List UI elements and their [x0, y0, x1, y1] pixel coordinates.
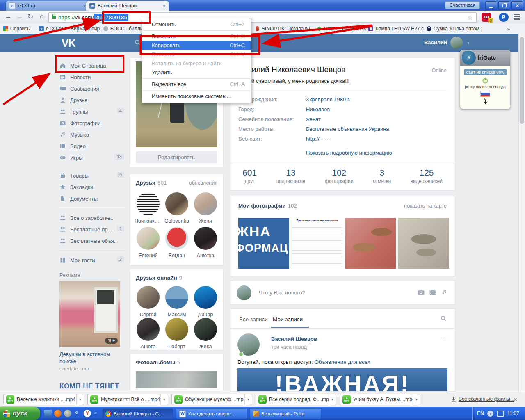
download-caret-icon[interactable]: ▾	[244, 394, 252, 405]
photo-thumbnail[interactable]	[398, 218, 449, 269]
quick-launch-overflow-icon[interactable]: »	[94, 410, 97, 415]
header-username[interactable]: Василий	[424, 39, 447, 46]
sidebar-item-besplatnye-obya[interactable]: Бесплатные объя..	[59, 235, 124, 247]
sidebar-item-zakladki[interactable]: Закладки	[59, 181, 124, 193]
detail-value[interactable]: Бесплатные объявления Украина	[306, 126, 389, 132]
albums-title[interactable]: Фотоальбомы5	[136, 359, 180, 365]
sidebar-item-tovary[interactable]: Товары 9	[59, 170, 124, 181]
taskbar-button-paint[interactable]: Безымянный - Paint	[250, 409, 321, 419]
clock[interactable]: 11:07	[507, 411, 519, 416]
sidebar-item-dokumenty[interactable]: Документы	[59, 193, 124, 204]
counter-photos[interactable]: 102фотографии	[325, 168, 353, 184]
sidebar-item-druzya[interactable]: Друзья	[59, 94, 124, 106]
adblock-extension-icon[interactable]: ABP 3	[482, 13, 491, 22]
friend-avatar[interactable]	[165, 286, 188, 309]
start-button[interactable]: пуск	[0, 407, 40, 420]
download-item[interactable]: MP4 Мультики □□ Всё о ....mp4 ▾	[87, 394, 168, 405]
friend-item[interactable]: Анюта	[135, 318, 162, 349]
network-icon[interactable]	[497, 411, 504, 417]
show-all-downloads-link[interactable]: Все скачанные файлы...	[451, 396, 514, 402]
tab-close-icon[interactable]: ×	[162, 3, 166, 9]
sidebar-item-soobshcheniya[interactable]: Сообщения	[59, 83, 124, 94]
antivirus-icon[interactable]	[54, 410, 62, 417]
frigate-site-list-button[interactable]: сайт из списка vow	[464, 69, 507, 75]
yandex-brow-icon[interactable]: Y	[84, 410, 91, 417]
photo-thumbnail[interactable]: ЖНА ФОРМАЦ	[238, 218, 289, 269]
menu-item-cut[interactable]: ВырезатьCtrl+X	[142, 32, 251, 41]
tab-close-icon[interactable]: ×	[83, 3, 86, 9]
download-item[interactable]: MP4 Веселые мультики ....mp4 ▾	[3, 394, 84, 405]
friend-avatar[interactable]	[165, 318, 188, 341]
bookmark-etxt[interactable]: e eTXT.ru	[39, 25, 63, 32]
detail-value[interactable]: женат	[306, 116, 321, 122]
friend-name[interactable]: Анютка	[192, 253, 219, 258]
sidebar-item-muzyka[interactable]: Музыка	[59, 129, 124, 140]
wall-search-icon[interactable]	[441, 315, 447, 322]
edit-profile-button[interactable]: Редактировать	[136, 151, 217, 163]
menu-item-edit-search-engines[interactable]: Изменить поисковые системы…	[142, 92, 251, 101]
menu-item-copy[interactable]: КопироватьCtrl+C	[142, 41, 251, 50]
download-caret-icon[interactable]: ▾	[413, 394, 420, 405]
detail-value[interactable]: http://------	[306, 136, 330, 142]
my-photos-title[interactable]: Мои фотографии102	[238, 203, 297, 209]
friend-avatar[interactable]	[194, 318, 217, 341]
sidebar-item-video[interactable]: Видео	[59, 140, 124, 152]
detail-value[interactable]: 3 февраля 1989 г.	[306, 96, 350, 103]
tab-my-posts[interactable]: Мои записи	[273, 316, 303, 322]
power-icon[interactable]	[482, 77, 489, 84]
tray-chevron-icon[interactable]: ‹	[487, 411, 493, 417]
post-link[interactable]: Объявления для всех	[314, 359, 370, 365]
vk-logo[interactable]: VK	[62, 37, 75, 50]
friend-item[interactable]: Жека	[192, 318, 219, 349]
friend-avatar[interactable]	[194, 227, 217, 250]
counter-videos[interactable]: 125видеозаписей	[411, 168, 443, 184]
friend-name[interactable]: Роберт	[163, 344, 190, 349]
friends-updates-link[interactable]: обновления	[189, 180, 217, 186]
friend-item[interactable]: Евгений	[135, 227, 162, 258]
friend-avatar[interactable]	[137, 192, 160, 215]
album-thumbnail[interactable]	[136, 371, 217, 388]
address-bar[interactable]: https:// vk.com/ id157809185 ☆	[48, 12, 477, 23]
restore-button[interactable]	[498, 1, 510, 10]
menu-item-select-all[interactable]: Выделить всеCtrl+A	[142, 80, 251, 89]
friend-name[interactable]: Сергей	[135, 312, 162, 317]
ad-image[interactable]: 18+	[59, 281, 120, 347]
detail-value[interactable]: Николаев	[306, 106, 330, 112]
tab-all-posts[interactable]: Все записи	[239, 316, 268, 322]
post-timestamp[interactable]: три часа назад	[271, 344, 307, 350]
friend-name[interactable]: Жека	[192, 344, 219, 349]
friend-name[interactable]: Ночнойкл...	[135, 218, 162, 224]
friend-avatar[interactable]	[165, 227, 188, 250]
taskbar-button-chrome[interactable]: Василий Шевцов - G...	[103, 409, 173, 419]
sidebar-item-besplatnye-pr[interactable]: Бесплатные пр… 1	[59, 224, 124, 235]
forward-button[interactable]: →	[15, 12, 25, 21]
compose-input[interactable]: Что у Вас нового?	[259, 290, 305, 296]
back-button[interactable]: ←	[3, 12, 13, 21]
friend-avatar[interactable]	[137, 286, 160, 309]
proxy-extension-icon[interactable]: P	[499, 13, 509, 22]
attach-photo-icon[interactable]	[418, 289, 425, 295]
download-caret-icon[interactable]: ▾	[160, 394, 168, 405]
menu-item-undo[interactable]: ОтменитьCtrl+Z	[142, 20, 251, 29]
attach-music-icon[interactable]	[441, 289, 447, 295]
post-image[interactable]: !ВАЖНАЯ!	[237, 368, 447, 392]
scrollbar[interactable]	[518, 34, 525, 392]
download-caret-icon[interactable]: ▾	[329, 394, 336, 405]
chevron-down-icon[interactable]: ▾	[467, 41, 469, 45]
bookmark-star-icon[interactable]: ☆	[468, 14, 473, 21]
scrollbar-thumb[interactable]	[520, 37, 524, 124]
counter-friends[interactable]: 601друг	[242, 168, 257, 184]
show-on-map-link[interactable]: показать на карте	[404, 203, 447, 209]
profile-status-text[interactable]: самый счастливый, у меня родилась дочка!…	[238, 78, 349, 84]
bookmarks-overflow-icon[interactable]: »	[507, 25, 510, 32]
friend-item[interactable]: Сергей	[135, 286, 162, 317]
friend-item[interactable]: Golovenko	[163, 192, 190, 224]
utorrent-icon[interactable]	[64, 410, 71, 417]
bookmark-servisy[interactable]: Сервисы	[3, 25, 31, 32]
ad-banner-text[interactable]: КОМП НЕ ТЯНЕТ	[59, 382, 124, 390]
post-author-name[interactable]: Василий Шевцов	[271, 336, 317, 342]
show-desktop-icon[interactable]	[44, 410, 52, 417]
home-button[interactable]: ⌂	[37, 12, 47, 21]
post-actions-icon[interactable]: ···	[441, 334, 447, 341]
friend-name[interactable]: Максим	[163, 312, 190, 317]
